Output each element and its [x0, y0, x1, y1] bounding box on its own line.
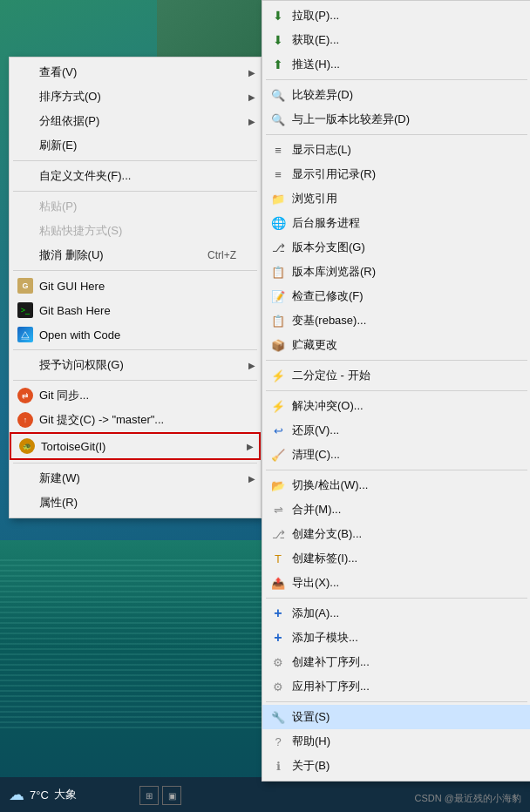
- grant-access-icon: [17, 356, 34, 374]
- submenu-repo-browser[interactable]: 📋 版本库浏览器(R): [262, 260, 530, 284]
- context-menu-left: 查看(V) 排序方式(O) 分组依据(P) 刷新(E) 自定义文件夹(F)...…: [9, 57, 262, 518]
- menu-item-git-sync[interactable]: ⇄ Git 同步...: [10, 383, 261, 408]
- browse-ref-icon: 📁: [269, 190, 287, 207]
- r-separator-2: [266, 134, 527, 135]
- submenu-daemon[interactable]: 🌐 后台服务进程: [262, 211, 530, 235]
- submenu-bisect[interactable]: ⚡ 二分定位 - 开始: [262, 363, 530, 388]
- reflog-icon: ≡: [269, 166, 287, 183]
- apply-patch-icon: ⚙: [269, 678, 287, 695]
- submenu-merge[interactable]: ⇌ 合并(M)...: [262, 497, 530, 522]
- tortoisegit-icon: 🐢: [18, 437, 36, 455]
- temperature: 7°C: [30, 788, 49, 802]
- submenu-clean[interactable]: 🧹 清理(C)...: [262, 443, 530, 467]
- add-submodule-icon: +: [269, 629, 287, 646]
- menu-item-group[interactable]: 分组依据(P): [10, 109, 261, 133]
- menu-item-customize[interactable]: 自定义文件夹(F)...: [10, 164, 261, 188]
- tag-icon: T: [269, 550, 287, 567]
- taskbar: ☁ 7°C 大象 ⊞ ▣ CSDN @最近残的小海豹: [0, 777, 530, 812]
- separator-3: [13, 270, 257, 271]
- submenu-rev-graph[interactable]: ⎇ 版本分支图(G): [262, 235, 530, 260]
- weather-text: 大象: [54, 787, 77, 802]
- repo-browser-icon: 📋: [269, 263, 287, 281]
- submenu-branch[interactable]: ⎇ 创建分支(B)...: [262, 522, 530, 546]
- submenu-revert[interactable]: ↩ 还原(V)...: [262, 418, 530, 443]
- submenu-push[interactable]: ⬆ 推送(H)...: [262, 52, 530, 77]
- submenu-add[interactable]: + 添加(A)...: [262, 601, 530, 626]
- submenu-apply-patch[interactable]: ⚙ 应用补丁序列...: [262, 674, 530, 699]
- git-commit-icon: ↑: [17, 411, 34, 429]
- submenu-browse-ref[interactable]: 📁 浏览引用: [262, 186, 530, 211]
- grid-icon-2[interactable]: ▣: [162, 786, 181, 805]
- submenu-help[interactable]: ? 帮助(H): [262, 729, 530, 754]
- separator-6: [13, 463, 257, 464]
- switch-icon: 📂: [269, 477, 287, 494]
- diff-prev-icon: 🔍: [269, 111, 287, 128]
- footer-text: CSDN @最近残的小海豹: [415, 792, 521, 805]
- push-icon: ⬆: [269, 56, 287, 73]
- bisect-icon: ⚡: [269, 367, 287, 384]
- submenu-about[interactable]: ℹ 关于(B): [262, 754, 530, 778]
- menu-item-view[interactable]: 查看(V): [10, 60, 261, 85]
- r-separator-6: [266, 598, 527, 599]
- menu-item-vscode[interactable]: ⧋ Open with Code: [10, 322, 261, 347]
- submenu-diff-prev[interactable]: 🔍 与上一版本比较差异(D): [262, 107, 530, 132]
- paste-icon: [17, 198, 34, 215]
- r-separator-7: [266, 701, 527, 702]
- submenu-pull[interactable]: ⬇ 拉取(P)...: [262, 3, 530, 28]
- r-separator-3: [266, 360, 527, 361]
- submenu-tag[interactable]: T 创建标签(I)...: [262, 546, 530, 571]
- cloud-icon: ☁: [9, 785, 24, 804]
- separator-1: [13, 160, 257, 161]
- menu-item-sort[interactable]: 排序方式(O): [10, 85, 261, 109]
- menu-item-grant-access[interactable]: 授予访问权限(G): [10, 353, 261, 377]
- menu-item-refresh[interactable]: 刷新(E): [10, 133, 261, 158]
- submenu-settings[interactable]: 🔧 设置(S): [262, 705, 530, 729]
- grid-icon-1[interactable]: ⊞: [139, 786, 159, 805]
- menu-item-properties[interactable]: 属性(R): [10, 491, 261, 515]
- paste-shortcut-icon: [17, 222, 34, 240]
- submenu-fetch[interactable]: ⬇ 获取(E)...: [262, 28, 530, 52]
- submenu-add-submodule[interactable]: + 添加子模块...: [262, 626, 530, 650]
- submenu-rebase[interactable]: 📋 变基(rebase)...: [262, 308, 530, 333]
- rev-graph-icon: ⎇: [269, 239, 287, 256]
- git-gui-icon: G: [17, 277, 34, 294]
- clean-icon: 🧹: [269, 446, 287, 464]
- r-separator-1: [266, 79, 527, 80]
- submenu-create-patch[interactable]: ⚙ 创建补丁序列...: [262, 650, 530, 674]
- submenu-show-log[interactable]: ≡ 显示日志(L): [262, 138, 530, 162]
- new-icon: [17, 470, 34, 487]
- menu-item-git-bash[interactable]: >_ Git Bash Here: [10, 298, 261, 322]
- menu-item-git-gui[interactable]: G Git GUI Here: [10, 274, 261, 298]
- menu-item-new[interactable]: 新建(W): [10, 466, 261, 491]
- submenu-export[interactable]: 📤 导出(X)...: [262, 571, 530, 595]
- undo-icon: [17, 247, 34, 264]
- submenu-check-modify[interactable]: 📝 检查已修改(F): [262, 284, 530, 308]
- revert-icon: ↩: [269, 422, 287, 439]
- submenu-reflog[interactable]: ≡ 显示引用记录(R): [262, 162, 530, 186]
- menu-item-undo[interactable]: 撤消 删除(U) Ctrl+Z: [10, 243, 261, 267]
- git-bash-icon: >_: [17, 301, 34, 319]
- about-icon: ℹ: [269, 757, 287, 775]
- submenu-diff[interactable]: 🔍 比较差异(D): [262, 83, 530, 107]
- separator-2: [13, 191, 257, 192]
- submenu-resolve[interactable]: ⚡ 解决冲突(O)...: [262, 394, 530, 418]
- merge-icon: ⇌: [269, 501, 287, 518]
- resolve-icon: ⚡: [269, 397, 287, 415]
- export-icon: 📤: [269, 574, 287, 592]
- customize-icon: [17, 167, 34, 185]
- settings-icon: 🔧: [269, 708, 287, 726]
- group-icon: [17, 112, 34, 130]
- submenu-switch[interactable]: 📂 切换/检出(W)...: [262, 473, 530, 497]
- r-separator-4: [266, 390, 527, 391]
- add-icon: +: [269, 605, 287, 622]
- menu-item-git-commit[interactable]: ↑ Git 提交(C) -> "master"...: [10, 408, 261, 432]
- taskbar-grid-icons: ⊞ ▣: [139, 786, 181, 805]
- submenu-stash[interactable]: 📦 贮藏更改: [262, 333, 530, 357]
- vscode-icon: ⧋: [17, 326, 34, 343]
- menu-item-paste-shortcut[interactable]: 粘贴快捷方式(S): [10, 219, 261, 243]
- rebase-icon: 📋: [269, 312, 287, 329]
- menu-item-tortoisegit[interactable]: 🐢 TortoiseGit(I): [10, 432, 261, 460]
- menu-item-paste[interactable]: 粘贴(P): [10, 194, 261, 219]
- git-sync-icon: ⇄: [17, 387, 34, 404]
- taskbar-weather: ☁ 7°C 大象: [9, 785, 77, 804]
